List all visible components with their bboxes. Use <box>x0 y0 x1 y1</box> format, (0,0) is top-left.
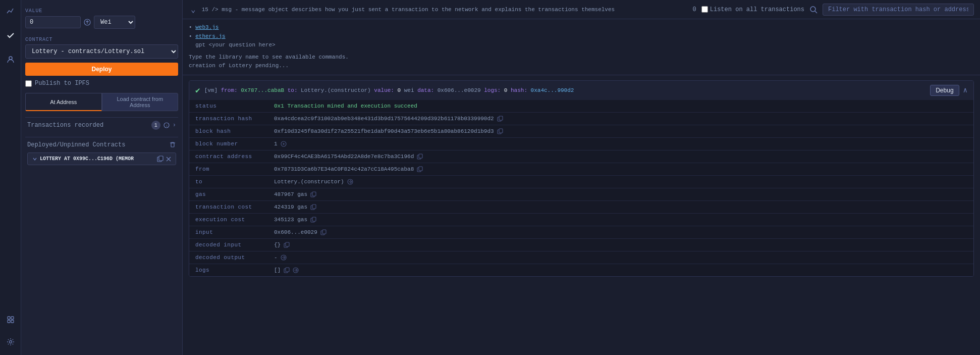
tx-detail-from: from 0x78731D3Ca6b7E34aC0F824c42a7cC18A4… <box>189 163 973 176</box>
value-input[interactable] <box>25 16 81 28</box>
web3-link[interactable]: web3.js <box>195 24 219 30</box>
tx-detail-decoded-input: decoded input {} <box>189 239 973 251</box>
copy-to-icon[interactable] <box>347 179 353 185</box>
listen-row: Listen on all transactions <box>701 6 804 13</box>
tx-detail-tx-cost: transaction cost 424319 gas <box>189 201 973 214</box>
copy-decoded-input-icon[interactable] <box>284 242 290 248</box>
tx-logs-text: [] <box>274 267 281 273</box>
svg-text:i: i <box>166 124 167 128</box>
tx-logs-kw: logs: <box>484 87 504 93</box>
tx-key-to: to <box>195 179 266 185</box>
tx-decoded-input-text: {} <box>274 242 281 248</box>
tx-value-kw: value: <box>374 87 397 93</box>
tx-val-logs: [] <box>274 267 967 273</box>
contract-select[interactable]: Lottery - contracts/Lottery.sol <box>25 44 178 59</box>
tx-header[interactable]: ✔ [vm] from: 0x787...cabaB to: Lottery.(… <box>189 81 973 100</box>
debug-button[interactable]: Debug <box>930 85 959 96</box>
tx-from-kw: from: <box>221 87 241 93</box>
tx-val-blockhash: 0xf10d3245f8a30d1f27a25521fbe1dabf90d43a… <box>274 128 967 134</box>
tx-key-tx-cost: transaction cost <box>195 204 266 210</box>
console-message: 15 /> msg - message object describes how… <box>202 7 689 13</box>
svg-rect-35 <box>286 242 289 246</box>
tx-detail-contract-addr: contract address 0x99CF4c4CAE3bA61754Abd… <box>189 150 973 163</box>
trash-icon[interactable] <box>169 141 176 148</box>
filter-input[interactable] <box>823 4 974 16</box>
copy-gas-icon[interactable] <box>310 191 316 197</box>
search-icon[interactable] <box>809 6 818 14</box>
copy-decoded-output-icon[interactable] <box>281 255 287 261</box>
svg-point-0 <box>9 57 12 60</box>
tx-hash-val: 0xa4c...990d2 <box>531 87 574 93</box>
ethers-link[interactable]: ethers.js <box>195 33 225 39</box>
sidebar-icon-person[interactable] <box>4 53 18 67</box>
plugin-icon[interactable] <box>4 313 18 327</box>
tx-expand-button[interactable]: ∧ <box>963 86 967 94</box>
svg-rect-9 <box>171 143 174 147</box>
tx-key-from: from <box>195 166 266 172</box>
tx-status-text: 0x1 Transaction mined and execution succ… <box>274 103 417 109</box>
listen-checkbox[interactable] <box>701 6 708 13</box>
tx-val-status: 0x1 Transaction mined and execution succ… <box>274 103 967 109</box>
expand-icon[interactable] <box>32 156 38 162</box>
copy-logs-icon[interactable] <box>284 267 290 273</box>
at-address-button[interactable]: At Address <box>25 93 102 111</box>
tx-val-exec-cost: 345123 gas <box>274 217 967 223</box>
tx-key-input: input <box>195 229 266 235</box>
expand-logs-icon[interactable] <box>293 267 299 273</box>
copy-hash-icon[interactable] <box>497 116 503 122</box>
copy-blocknum-icon[interactable] <box>281 141 287 147</box>
unit-select[interactable]: Wei Gwei Finney Ether <box>94 16 135 29</box>
listen-count: 0 <box>693 6 696 13</box>
chevron-right-icon[interactable]: › <box>173 122 176 129</box>
left-panel: VALUE Wei Gwei Finney Ether CONTRACT Lot… <box>21 0 183 355</box>
copy-txcost-icon[interactable] <box>310 204 316 210</box>
svg-rect-31 <box>312 217 316 221</box>
load-contract-button[interactable]: Load contract from Address <box>102 93 179 111</box>
tx-hash-kw: hash: <box>511 87 531 93</box>
copy-execcost-icon[interactable] <box>310 217 316 223</box>
tx-hash-full: 0xa4cdcea2c9f31002ab9eb348e431d3b9d17575… <box>274 116 494 122</box>
tx-txcost-text: 424319 gas <box>274 204 307 210</box>
settings-icon[interactable] <box>4 335 18 349</box>
tx-gas-text: 487967 gas <box>274 191 307 197</box>
tx-val-decoded-input: {} <box>274 242 967 248</box>
close-contract-icon[interactable] <box>166 156 172 162</box>
contract-item: LOTTERY AT 0X99C...C196D (MEMOR <box>27 153 176 165</box>
sidebar-icon-check[interactable] <box>4 28 18 42</box>
tx-key-status: status <box>195 103 266 109</box>
tx-from-addr: 0x787...cabaB <box>241 87 287 93</box>
copy-contract-addr-icon[interactable] <box>417 154 423 160</box>
tx-from-text: 0x78731D3Ca6b7E34aC0F824c42a7cC18A495cab… <box>274 166 414 172</box>
svg-rect-33 <box>322 230 326 234</box>
tx-value-num: 0 <box>398 87 404 93</box>
tx-data-kw: data: <box>417 87 438 93</box>
copy-contract-icon[interactable] <box>157 156 164 162</box>
publish-ipfs-checkbox[interactable] <box>25 80 32 87</box>
publish-ipfs-label: Publish to IPFS <box>35 80 89 87</box>
console-collapse-button[interactable]: ⌄ <box>189 4 198 16</box>
tx-details: status 0x1 Transaction mined and executi… <box>189 100 973 276</box>
copy-from-icon[interactable] <box>417 166 423 172</box>
copy-blockhash-icon[interactable] <box>497 128 503 134</box>
tx-detail-logs: logs [] <box>189 264 973 276</box>
address-tab-buttons: At Address Load contract from Address <box>25 93 178 111</box>
tx-key-contract-addr: contract address <box>195 154 266 160</box>
tx-val-tx-cost: 424319 gas <box>274 204 967 210</box>
tx-value-unit: wei <box>404 87 417 93</box>
svg-rect-11 <box>159 156 163 161</box>
sidebar-icon-chart[interactable] <box>4 4 18 18</box>
svg-line-15 <box>815 11 817 13</box>
copy-input-icon[interactable] <box>320 229 326 235</box>
tx-blocknum-text: 1 <box>274 141 278 147</box>
tx-detail-blocknum: block number 1 <box>189 138 973 150</box>
tx-val-decoded-output: - <box>274 255 967 261</box>
svg-point-14 <box>810 7 815 12</box>
tx-vm: [vm] <box>204 87 221 93</box>
svg-rect-19 <box>499 129 503 133</box>
svg-rect-1 <box>8 317 10 319</box>
deploy-button[interactable]: Deploy <box>25 63 178 76</box>
console-hint-line: Type the library name to see available c… <box>189 53 974 62</box>
content-scroll[interactable]: • web3.js • ethers.js gpt <your question… <box>183 19 980 355</box>
sidebar-icons <box>0 0 21 355</box>
svg-point-5 <box>9 341 12 343</box>
